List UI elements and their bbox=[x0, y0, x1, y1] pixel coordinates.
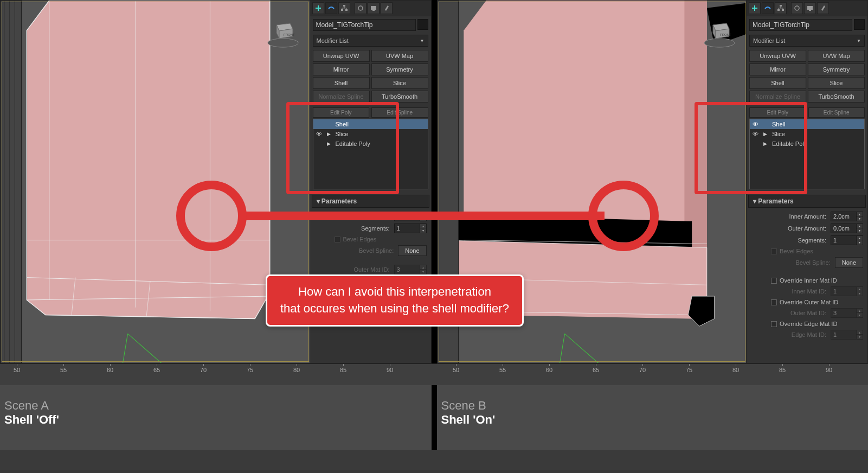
svg-rect-53 bbox=[809, 10, 811, 11]
override-inner-label: Override Inner Mat ID bbox=[780, 277, 837, 284]
timeline-tick: 70 bbox=[200, 367, 207, 373]
parameters-rollout-header[interactable]: ▾ Parameters bbox=[312, 195, 429, 208]
hierarchy-tab-icon[interactable] bbox=[338, 2, 350, 14]
bevel-spline-label: Bevel Spline: bbox=[751, 259, 833, 266]
timeline-tick: 50 bbox=[453, 367, 459, 373]
annotation-line2: that occures when using the shell modifi… bbox=[280, 301, 509, 317]
object-color-swatch[interactable] bbox=[854, 19, 865, 30]
segments-spinner[interactable]: ▴▾ bbox=[394, 223, 427, 233]
outer-amount-spinner[interactable]: ▴▾ bbox=[831, 223, 863, 233]
timeline-tick: 75 bbox=[686, 367, 692, 373]
scene-b-label: Scene B Shell 'On' bbox=[437, 385, 869, 450]
timeline-tick: 85 bbox=[779, 367, 786, 373]
bevel-edges-checkbox[interactable] bbox=[335, 237, 340, 242]
svg-rect-29 bbox=[372, 10, 375, 11]
edit-spline-tab[interactable]: Edit Spline bbox=[808, 107, 865, 118]
annotation-rect-left bbox=[286, 102, 399, 194]
inner-amount-spinner[interactable]: ▴▾ bbox=[831, 212, 863, 221]
annotation-line1: How can I avoid this interpenetration bbox=[280, 284, 509, 301]
object-name-input[interactable] bbox=[313, 19, 416, 31]
svg-point-19 bbox=[268, 39, 298, 47]
modifier-list-dropdown[interactable]: Modifier List ▼ bbox=[313, 35, 428, 47]
slice-button[interactable]: Slice bbox=[371, 77, 428, 89]
timeline-tick: 80 bbox=[293, 367, 300, 373]
mirror-button[interactable]: Mirror bbox=[313, 63, 370, 75]
timeline-tick: 90 bbox=[826, 367, 832, 373]
create-tab-icon[interactable] bbox=[312, 2, 324, 14]
timeline-tick: 55 bbox=[499, 367, 506, 373]
uvw-map-button[interactable]: UVW Map bbox=[371, 50, 428, 62]
viewcube[interactable]: FRONT bbox=[699, 11, 740, 52]
override-inner-mat-checkbox[interactable] bbox=[771, 278, 777, 284]
viewcube[interactable]: FRONT bbox=[263, 11, 304, 52]
display-tab-icon[interactable] bbox=[804, 2, 816, 14]
bevel-edges-checkbox[interactable] bbox=[771, 248, 777, 254]
segments-spinner[interactable]: ▴▾ bbox=[831, 235, 863, 245]
symmetry-button[interactable]: Symmetry bbox=[808, 63, 865, 75]
timeline-tick: 75 bbox=[247, 367, 253, 373]
timeline-tick: 70 bbox=[639, 367, 646, 373]
bevel-spline-button[interactable]: None bbox=[835, 257, 863, 268]
timeline-tick: 60 bbox=[546, 367, 552, 373]
svg-rect-48 bbox=[780, 5, 782, 7]
bevel-edges-label: Bevel Edges bbox=[343, 236, 377, 242]
bevel-spline-label: Bevel Spline: bbox=[314, 247, 396, 254]
shell-button[interactable]: Shell bbox=[313, 77, 370, 89]
scene-a-label: Scene A Shell 'Off' bbox=[0, 385, 432, 450]
segments-label: Segments: bbox=[314, 225, 392, 232]
annotation-circle-left bbox=[176, 181, 247, 251]
utilities-tab-icon[interactable] bbox=[817, 2, 829, 14]
unwrap-uvw-button[interactable]: Unwrap UVW bbox=[313, 50, 370, 62]
svg-rect-28 bbox=[371, 6, 376, 10]
timeline-tick: 60 bbox=[107, 367, 113, 373]
timeline-tick: 55 bbox=[60, 367, 67, 373]
utilities-tab-icon[interactable] bbox=[381, 2, 393, 14]
outer-amount-label: Outer Amount: bbox=[751, 225, 828, 232]
turbosmooth-button[interactable]: TurboSmooth bbox=[808, 91, 865, 103]
modify-tab-icon[interactable] bbox=[762, 2, 774, 14]
motion-tab-icon[interactable] bbox=[355, 2, 367, 14]
hierarchy-tab-icon[interactable] bbox=[775, 2, 787, 14]
slice-button[interactable]: Slice bbox=[808, 77, 865, 89]
timeline-tick: 65 bbox=[153, 367, 160, 373]
unwrap-uvw-button[interactable]: Unwrap UVW bbox=[749, 50, 806, 62]
create-tab-icon[interactable] bbox=[749, 2, 761, 14]
override-outer-mat-checkbox[interactable] bbox=[771, 299, 777, 305]
timeline-tick: 65 bbox=[593, 367, 599, 373]
svg-rect-25 bbox=[341, 9, 343, 11]
normalize-spline-button[interactable]: Normalize Spline bbox=[313, 91, 370, 103]
mirror-button[interactable]: Mirror bbox=[749, 63, 806, 75]
svg-rect-52 bbox=[807, 6, 813, 10]
svg-rect-24 bbox=[343, 5, 345, 7]
inner-amount-label: Inner Amount: bbox=[751, 213, 828, 220]
svg-rect-50 bbox=[782, 9, 784, 11]
override-edge-label: Override Edge Mat ID bbox=[780, 321, 837, 327]
normalize-spline-button[interactable]: Normalize Spline bbox=[749, 91, 806, 103]
bevel-spline-button[interactable]: None bbox=[398, 245, 426, 256]
outer-mat-id-label: Outer Mat ID: bbox=[314, 266, 392, 273]
outer-mat-id-spinner: ▴▾ bbox=[394, 265, 427, 274]
uvw-map-button[interactable]: UVW Map bbox=[808, 50, 865, 62]
outer-mat-id-spinner: ▴▾ bbox=[831, 308, 863, 318]
motion-tab-icon[interactable] bbox=[791, 2, 803, 14]
object-name-input[interactable] bbox=[749, 19, 852, 31]
svg-text:FRONT: FRONT bbox=[284, 33, 295, 36]
override-outer-label: Override Outer Mat ID bbox=[780, 299, 838, 305]
timeline[interactable]: 505560657075808590505560657075808590 bbox=[0, 363, 868, 385]
object-color-swatch[interactable] bbox=[417, 19, 428, 30]
symmetry-button[interactable]: Symmetry bbox=[371, 63, 428, 75]
svg-rect-49 bbox=[777, 9, 780, 11]
parameters-rollout-header[interactable]: ▾ Parameters bbox=[748, 195, 866, 208]
modifier-list-label: Modifier List bbox=[753, 37, 785, 44]
modifier-list-dropdown[interactable]: Modifier List ▼ bbox=[749, 35, 865, 47]
modifier-list-label: Modifier List bbox=[317, 37, 349, 44]
override-edge-mat-checkbox[interactable] bbox=[771, 321, 777, 327]
timeline-tick: 80 bbox=[732, 367, 739, 373]
outer-mat-id-label: Outer Mat ID: bbox=[751, 310, 828, 316]
modify-tab-icon[interactable] bbox=[325, 2, 337, 14]
display-tab-icon[interactable] bbox=[368, 2, 380, 14]
shell-button[interactable]: Shell bbox=[749, 77, 806, 89]
chevron-down-icon: ▼ bbox=[420, 39, 425, 43]
turbosmooth-button[interactable]: TurboSmooth bbox=[371, 91, 428, 103]
scene-b-subtitle: Shell 'On' bbox=[441, 413, 864, 427]
